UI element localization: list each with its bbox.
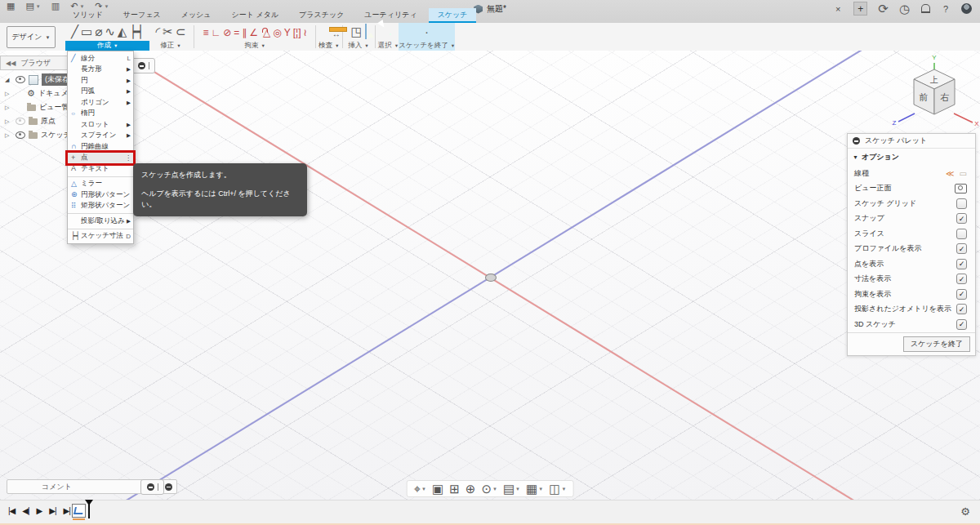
finish-sketch-button[interactable]: スケッチを終了: [903, 336, 970, 352]
group-label[interactable]: 検査▼: [318, 41, 339, 51]
insert-mesh-button[interactable]: ◳: [351, 24, 363, 39]
look-at-camera-icon[interactable]: [955, 184, 967, 194]
collapsed-arrow-icon[interactable]: ▷: [5, 132, 12, 139]
checkbox-checked[interactable]: ✓: [956, 213, 967, 224]
centerline-icon[interactable]: ▭: [960, 169, 967, 178]
workspace-selector-button[interactable]: デザイン ▼: [7, 26, 56, 48]
checkbox-checked[interactable]: ✓: [956, 243, 967, 254]
viewcube-top-face[interactable]: 上: [929, 75, 938, 84]
menu-item-ミラー[interactable]: △ミラー: [68, 179, 133, 190]
collapse-dot-icon[interactable]: [853, 137, 860, 145]
file-menu-button[interactable]: ▤▼: [25, 2, 40, 11]
collapse-dot-icon[interactable]: [165, 483, 172, 491]
help-button[interactable]: ?: [941, 3, 951, 15]
trim-button[interactable]: ✂: [163, 24, 173, 39]
timeline-playhead[interactable]: [88, 504, 90, 518]
sketch-mirror-button[interactable]: ◭: [118, 24, 127, 39]
tangent-button[interactable]: ⊘: [223, 24, 231, 39]
app-grid-button[interactable]: ▦: [7, 2, 15, 11]
origin-point[interactable]: [485, 274, 497, 282]
canvas-image-button[interactable]: [365, 24, 367, 39]
menu-item-線分[interactable]: ╱線分L: [68, 53, 133, 65]
visibility-eye-icon[interactable]: [16, 76, 25, 83]
timeline-play-button[interactable]: ▶: [37, 506, 42, 515]
collapsed-arrow-icon[interactable]: ▷: [5, 91, 12, 97]
tab-ユーティリティ[interactable]: ユーティリティ: [355, 8, 425, 23]
group-label[interactable]: 拘束▼: [197, 41, 313, 51]
comments-collapse-handle[interactable]: [140, 479, 164, 495]
checkbox-unchecked[interactable]: [956, 198, 967, 209]
options-section-header[interactable]: ▼ オプション: [848, 149, 975, 166]
visibility-eye-icon[interactable]: [16, 131, 25, 139]
checkbox-unchecked[interactable]: [956, 229, 967, 239]
more-options-icon[interactable]: ⋮: [125, 154, 131, 162]
collapse-panel-icon[interactable]: ◀◀: [6, 60, 16, 67]
viewcube-front-face[interactable]: 前: [919, 92, 929, 102]
menu-item-円形状パターン[interactable]: ⊛円形状パターン: [68, 189, 133, 201]
viewcube-right-face[interactable]: 右: [941, 92, 950, 102]
equal-button[interactable]: =: [234, 24, 239, 39]
menu-item-ポリゴン[interactable]: ポリゴン▶: [68, 97, 133, 109]
checkbox-checked[interactable]: ✓: [956, 274, 967, 284]
timeline-skip-end-button[interactable]: ▶|: [64, 506, 70, 515]
collapsed-arrow-icon[interactable]: ▷: [5, 105, 12, 111]
checkbox-checked[interactable]: ✓: [956, 259, 967, 269]
group-label[interactable]: 挿入▼: [345, 41, 372, 51]
menu-item-長方形[interactable]: 長方形▶: [68, 65, 133, 76]
checkbox-checked[interactable]: ✓: [956, 319, 967, 330]
menu-item-円錐曲線[interactable]: ∩円錐曲線: [68, 141, 133, 153]
close-doc-tab-button[interactable]: ×: [833, 3, 843, 15]
orbit-button[interactable]: ⌖▼: [414, 483, 426, 495]
notifications-button[interactable]: [920, 3, 930, 15]
construction-line-icon[interactable]: ≪: [946, 169, 954, 178]
look-at-button[interactable]: ▣: [432, 483, 443, 495]
sketch-rectangle-button[interactable]: ▭: [81, 24, 92, 39]
group-label[interactable]: 作成▼: [65, 41, 149, 51]
tab-メッシュ[interactable]: メッシュ: [172, 8, 220, 23]
fit-button[interactable]: ⊙▼: [481, 483, 497, 495]
menu-item-スロット[interactable]: スロット▶: [68, 119, 133, 131]
viewport-canvas[interactable]: [0, 51, 980, 500]
finish-check-button[interactable]: ·: [425, 24, 429, 39]
checkbox-checked[interactable]: ✓: [956, 304, 967, 314]
concentric-button[interactable]: ◎: [273, 24, 281, 39]
sketch-circle-button[interactable]: ⌀: [95, 24, 102, 39]
tab-サーフェス[interactable]: サーフェス: [114, 8, 170, 23]
coincident-button[interactable]: ∟: [211, 24, 220, 39]
sketch-feature-icon[interactable]: [72, 504, 86, 518]
menu-item-円[interactable]: 円▶: [68, 75, 133, 87]
display-settings-button[interactable]: ▤▼: [503, 483, 520, 495]
tab-プラスチック[interactable]: プラスチック: [290, 8, 353, 23]
browser-collapse-handle[interactable]: [131, 58, 155, 73]
offset-button[interactable]: ⊂: [176, 24, 186, 39]
menu-item-スケッチ寸法[interactable]: ┝┥スケッチ寸法D: [68, 231, 133, 242]
tab-シート メタル[interactable]: シート メタル: [223, 8, 288, 23]
account-button[interactable]: [961, 3, 972, 15]
grid-layout-button[interactable]: ▦▼: [526, 483, 543, 495]
recent-data-button[interactable]: ◷: [899, 3, 910, 15]
timeline-step-forward-button[interactable]: ▶|: [49, 506, 56, 515]
tab-スケッチ[interactable]: スケッチ: [429, 8, 477, 23]
menu-item-円弧[interactable]: 円弧▶: [68, 87, 133, 98]
zoom-button[interactable]: ⊕: [466, 483, 476, 495]
group-label[interactable]: スケッチを終了▼: [399, 41, 455, 51]
pan-button[interactable]: ⊞: [449, 483, 460, 495]
menu-item-投影/取り込み[interactable]: 投影/取り込み▶: [68, 216, 133, 227]
perpendicular-button[interactable]: ∠: [249, 24, 258, 39]
tab-ソリッド[interactable]: ソリッド: [64, 8, 112, 23]
curvature-button[interactable]: ≀: [304, 24, 308, 39]
menu-item-楕円[interactable]: ○楕円: [68, 109, 133, 120]
symmetry-button[interactable]: [¦]: [293, 24, 301, 39]
collinear-button[interactable]: Y: [284, 24, 291, 39]
sketch-dimension-button[interactable]: ┝┥: [129, 24, 144, 39]
menu-item-スプライン[interactable]: スプライン▶: [68, 131, 133, 142]
group-label[interactable]: 修正▼: [149, 41, 191, 51]
collapsed-arrow-icon[interactable]: ▷: [5, 118, 12, 125]
horizontal-vertical-button[interactable]: ≡: [203, 24, 208, 39]
visibility-eye-off-icon[interactable]: [16, 118, 25, 125]
save-button[interactable]: ▥: [51, 2, 60, 11]
menu-item-点[interactable]: +点⋮: [68, 153, 133, 164]
new-doc-tab-button[interactable]: +: [853, 2, 867, 16]
sketch-spline-button[interactable]: ∿: [105, 24, 115, 39]
checkbox-checked[interactable]: ✓: [956, 289, 967, 300]
